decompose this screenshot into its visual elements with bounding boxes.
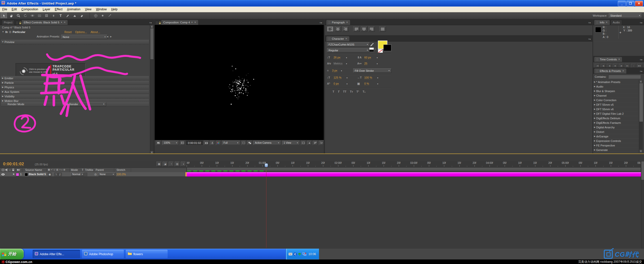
close-icon[interactable]: ✕ xyxy=(194,21,196,24)
site-name[interactable]: CGpower.com.cn xyxy=(6,260,32,264)
preset-category[interactable]: ▶Digital Anarchy xyxy=(593,125,639,130)
menu-composition[interactable]: Composition xyxy=(19,7,41,12)
chevron-down-icon[interactable]: ▼ xyxy=(377,77,379,79)
stroke-color-swatch[interactable] xyxy=(383,45,391,51)
align-right-button[interactable] xyxy=(342,26,349,32)
effect-group-aux-system[interactable]: ▶Aux System xyxy=(1,90,149,94)
options-link[interactable]: Options... xyxy=(75,30,87,34)
scroll-up-icon[interactable]: ▲ xyxy=(150,25,153,28)
hand-tool-icon[interactable] xyxy=(8,13,15,18)
twirl-right-icon[interactable]: ▶ xyxy=(593,103,596,106)
vertical-scale-value[interactable]: 125 % xyxy=(334,76,341,79)
layer-mode-dropdown[interactable]: Normal▼ xyxy=(71,172,85,176)
keyboard-tray-icon[interactable] xyxy=(289,253,292,255)
effect-controls-scrollbar[interactable]: ▲ ▼ xyxy=(150,25,154,154)
panel-menu-icon[interactable]: ≡▸ xyxy=(588,21,592,24)
show-snapshot-icon[interactable] xyxy=(210,141,215,145)
prev-frame-button[interactable]: ◀| xyxy=(601,64,606,68)
effects-presets-scrollbar[interactable]: ▲ ▼ xyxy=(639,80,643,153)
effect-group-particle[interactable]: ▶Particle xyxy=(1,81,149,85)
rotate-tool-icon[interactable] xyxy=(22,13,29,18)
col-mode[interactable]: Mode xyxy=(71,168,78,171)
superscript-button[interactable]: T¹ xyxy=(356,90,359,93)
chevron-down-icon[interactable]: ▼ xyxy=(346,83,348,85)
all-caps-button[interactable]: TT xyxy=(343,90,346,93)
close-icon[interactable]: ✕ xyxy=(618,58,620,61)
taskbar-clock[interactable]: 10:06 xyxy=(308,252,316,256)
view-layout-dropdown[interactable]: 1 View▼ xyxy=(282,141,300,145)
font-family-dropdown[interactable]: FZChaoCuHei-M10S▼ xyxy=(327,42,370,47)
col-parent[interactable]: Parent xyxy=(96,168,104,171)
magnification-dropdown[interactable]: 100%▼ xyxy=(162,141,179,145)
safe-margins-icon[interactable] xyxy=(180,141,185,145)
reset-link[interactable]: Reset xyxy=(64,30,72,34)
composition-viewport[interactable] xyxy=(155,25,324,140)
antivirus-umbrella-tray-icon[interactable] xyxy=(298,252,301,256)
layer-parent-dropdown[interactable]: None▼ xyxy=(98,172,116,176)
scroll-down-icon[interactable]: ▼ xyxy=(639,150,642,153)
effect-group-visibility[interactable]: ▶Visibility xyxy=(1,94,149,99)
draft-3d-icon[interactable]: ◪ xyxy=(163,162,168,166)
close-button[interactable]: ✕ xyxy=(635,1,643,6)
tab-audio[interactable]: Audio xyxy=(611,20,622,25)
snapshot-icon[interactable] xyxy=(204,141,209,145)
lock-icon[interactable] xyxy=(19,22,21,25)
align-left-button[interactable] xyxy=(327,26,334,32)
pen-tool-icon[interactable] xyxy=(50,13,57,18)
tab-dropdown-icon[interactable]: ▼ xyxy=(61,21,62,23)
current-timecode[interactable]: 0:00:01:02 xyxy=(3,162,24,167)
twirl-right-icon[interactable]: ▶ xyxy=(593,90,596,92)
minimize-button[interactable]: _ xyxy=(618,1,626,6)
panel-menu-icon[interactable]: ≡▸ xyxy=(319,21,324,24)
resolution-dropdown[interactable]: Full▼ xyxy=(222,141,240,145)
panel-menu-icon[interactable]: ≡▸ xyxy=(640,21,644,24)
view-options-icon[interactable] xyxy=(156,141,161,145)
horizontal-scale-value[interactable]: 100 % xyxy=(364,76,372,79)
twirl-right-icon[interactable]: ▶ xyxy=(593,144,596,146)
layer-row[interactable]: ▶ 1 Black Solid 5 ▦ \ ƒ Normal▼ ◎ None▼ … xyxy=(0,172,186,177)
menu-help[interactable]: Help xyxy=(109,7,120,12)
twirl-right-icon[interactable]: ▶ xyxy=(593,126,596,128)
hide-shy-layers-icon[interactable]: ◔ xyxy=(169,162,174,166)
orbit-camera-tool-icon[interactable] xyxy=(29,13,36,18)
col-source-name[interactable]: Source Name xyxy=(25,168,42,171)
stroke-width-value[interactable]: 3 px xyxy=(332,69,337,72)
layer-color-label[interactable] xyxy=(16,173,19,176)
twirl-right-icon[interactable]: ▶ xyxy=(593,149,596,151)
first-frame-button[interactable]: |◀ xyxy=(595,64,600,68)
panel-menu-icon[interactable]: ≡▸ xyxy=(640,58,644,61)
3d-view-dropdown[interactable]: Active Camera▼ xyxy=(253,141,281,145)
gripper-icon[interactable] xyxy=(16,21,18,24)
preset-category[interactable]: ▶DFT 55mm v6 xyxy=(593,107,639,111)
stroke-mode-dropdown[interactable]: Fill Over Stroke▼ xyxy=(353,68,391,73)
mask-shape-tool-icon[interactable] xyxy=(43,13,50,18)
close-icon[interactable]: ✕ xyxy=(622,70,624,72)
preset-category[interactable]: ▶Generate xyxy=(593,148,639,152)
taskbar-task-3[interactable]: flowers xyxy=(126,250,168,258)
preset-category[interactable]: ▶DFT 55mm v5 xyxy=(593,102,639,107)
effect-group-physics[interactable]: ▶Physics xyxy=(1,85,149,90)
render-mode-dropdown[interactable]: Full Render ▼ xyxy=(62,102,106,106)
subscript-button[interactable]: T₁ xyxy=(363,90,365,93)
menu-edit[interactable]: Edit xyxy=(9,7,19,12)
close-icon[interactable]: ✕ xyxy=(345,37,347,40)
baseline-shift-value[interactable]: 0 px xyxy=(334,82,339,85)
audio-mute-button[interactable]: ♪ xyxy=(631,64,636,68)
twirl-right-icon[interactable]: ▶ xyxy=(1,77,5,79)
leading-value[interactable]: 60 px xyxy=(364,56,371,59)
layer-name[interactable]: Black Solid 5 xyxy=(29,173,46,176)
layer-quality-switch[interactable]: \ xyxy=(54,173,58,176)
preset-prev-icon[interactable]: ◀ xyxy=(107,35,108,38)
contains-input[interactable] xyxy=(608,75,640,79)
selection-tool-icon[interactable] xyxy=(1,13,8,19)
taskbar-task-2[interactable]: Adobe Photoshop xyxy=(82,250,124,258)
composition-timecode[interactable]: 0:00:01:02 xyxy=(186,141,203,145)
chevron-down-icon[interactable]: ▼ xyxy=(346,57,347,59)
lock-icon[interactable] xyxy=(159,22,161,25)
network-offline-tray-icon[interactable] xyxy=(302,252,306,256)
ram-preview-button[interactable]: ▶▶ xyxy=(637,64,642,68)
layer-in-point[interactable] xyxy=(185,172,187,176)
no-color-swatch[interactable] xyxy=(378,49,383,53)
timeline-scrollbar[interactable] xyxy=(641,161,644,249)
col-trkmat[interactable]: TrkMat xyxy=(85,168,94,171)
